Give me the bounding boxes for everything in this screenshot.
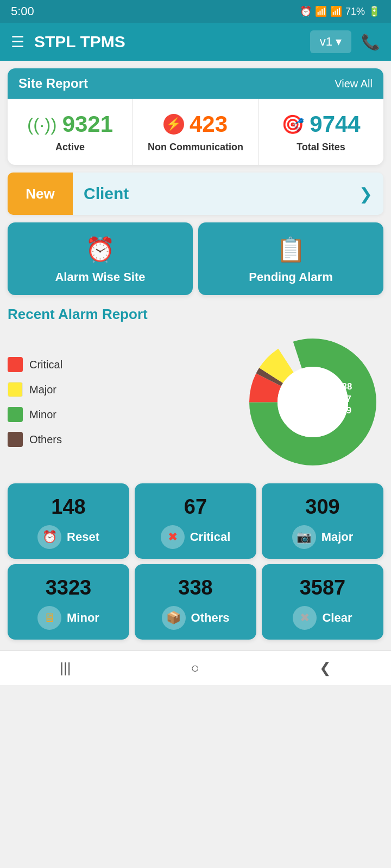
- noncomm-icon: ⚡: [163, 114, 184, 135]
- version-label: v1: [320, 35, 332, 49]
- legend-others-label: Others: [29, 433, 62, 446]
- recent-alarm-title: Recent Alarm Report: [8, 306, 383, 323]
- alarm-legend: Critical Major Minor Others: [8, 357, 62, 447]
- hamburger-icon[interactable]: ☰: [11, 33, 24, 51]
- total-value: 9744: [310, 111, 360, 137]
- version-dropdown-icon: ▾: [336, 35, 342, 49]
- legend-critical-label: Critical: [29, 359, 62, 371]
- major-icon-wrap: 📷: [292, 525, 316, 549]
- alarm-stat-minor[interactable]: 3323 🖥 Minor: [8, 564, 129, 640]
- alarm-stat-others[interactable]: 338 📦 Others: [135, 564, 256, 640]
- dot-minor: [8, 407, 23, 422]
- svg-text:338: 338: [337, 381, 352, 392]
- clear-icon: ✖: [300, 611, 310, 625]
- svg-text:309: 309: [336, 405, 351, 416]
- wifi-icon: 📶: [315, 5, 327, 17]
- client-label: Client: [73, 173, 359, 215]
- minor-icon-wrap: 🖥: [37, 606, 61, 630]
- reset-label: Reset: [67, 530, 99, 544]
- total-label: Total Sites: [297, 142, 345, 153]
- site-report-stats: ((·)) 9321 Active ⚡ 423 Non Communicatio…: [8, 99, 383, 165]
- noncomm-value: 423: [190, 111, 228, 137]
- new-badge: New: [8, 173, 73, 215]
- recent-alarm-section: Recent Alarm Report Critical Major Minor…: [8, 306, 383, 640]
- pending-alarm-icon: 📋: [276, 235, 306, 264]
- battery-text: 71%: [345, 6, 365, 17]
- status-time: 5:00: [11, 4, 34, 18]
- site-report-title: Site Report: [18, 76, 88, 91]
- alarm-stat-critical[interactable]: 67 ✖ Critical: [135, 483, 256, 559]
- stat-active[interactable]: ((·)) 9321 Active: [8, 99, 133, 165]
- clear-label: Clear: [322, 611, 352, 625]
- minor-bottom: 🖥 Minor: [37, 606, 99, 630]
- active-value: 9321: [62, 111, 113, 137]
- major-label: Major: [321, 530, 354, 544]
- reset-value: 148: [51, 495, 85, 519]
- pending-alarm-button[interactable]: 📋 Pending Alarm: [198, 222, 383, 295]
- dot-critical: [8, 357, 23, 372]
- stat-total[interactable]: 🎯 9744 Total Sites: [258, 99, 383, 165]
- total-icon: 🎯: [281, 113, 304, 135]
- legend-minor-label: Minor: [29, 409, 56, 421]
- alarm-chart-area: Critical Major Minor Others: [8, 331, 383, 473]
- site-report-card: Site Report View All ((·)) 9321 Active ⚡…: [8, 68, 383, 165]
- minor-value: 3323: [46, 576, 92, 599]
- minor-icon: 🖥: [43, 611, 55, 625]
- others-bottom: 📦 Others: [162, 606, 230, 630]
- major-value: 309: [305, 495, 339, 519]
- reset-icon: ⏰: [42, 530, 57, 544]
- client-arrow-icon: ❯: [359, 184, 383, 203]
- others-icon: 📦: [166, 611, 181, 625]
- critical-bottom: ✖ Critical: [161, 525, 231, 549]
- view-all-link[interactable]: View All: [335, 78, 373, 90]
- alarm-wise-icon: ⏰: [85, 235, 115, 264]
- others-icon-wrap: 📦: [162, 606, 186, 630]
- others-label: Others: [191, 611, 230, 625]
- action-buttons: ⏰ Alarm Wise Site 📋 Pending Alarm: [8, 222, 383, 295]
- phone-icon[interactable]: 📞: [361, 33, 380, 51]
- status-bar: 5:00 ⏰ 📶 📶 71% 🔋: [0, 0, 391, 23]
- new-badge-label: New: [26, 186, 54, 202]
- legend-major-label: Major: [29, 384, 56, 396]
- site-report-header: Site Report View All: [8, 68, 383, 99]
- dot-major: [8, 382, 23, 397]
- active-icon: ((·)): [27, 114, 57, 135]
- alarm-stat-clear[interactable]: 3587 ✖ Clear: [262, 564, 383, 640]
- app-header: ☰ STPL TPMS v1 ▾ 📞: [0, 23, 391, 61]
- alarm-stats-grid: 148 ⏰ Reset 67 ✖ Critical 309 📷: [8, 483, 383, 640]
- critical-icon-wrap: ✖: [161, 525, 185, 549]
- clear-bottom: ✖ Clear: [293, 606, 352, 630]
- alarm-stat-reset[interactable]: 148 ⏰ Reset: [8, 483, 129, 559]
- noncomm-label: Non Communication: [148, 142, 243, 153]
- svg-text:67: 67: [341, 394, 351, 404]
- minor-label: Minor: [67, 611, 99, 625]
- status-right-icons: ⏰ 📶 📶 71% 🔋: [300, 5, 380, 17]
- nav-recent-icon[interactable]: ❮: [319, 660, 331, 676]
- clear-value: 3587: [300, 576, 346, 599]
- stat-noncomm[interactable]: ⚡ 423 Non Communication: [133, 99, 258, 165]
- alarm-wise-site-button[interactable]: ⏰ Alarm Wise Site: [8, 222, 193, 295]
- legend-critical: Critical: [8, 357, 62, 372]
- dot-others: [8, 432, 23, 447]
- critical-value: 67: [184, 495, 207, 519]
- nav-home-icon[interactable]: ○: [191, 660, 199, 676]
- others-value: 338: [178, 576, 212, 599]
- reset-bottom: ⏰ Reset: [37, 525, 99, 549]
- alarm-stat-major[interactable]: 309 📷 Major: [262, 483, 383, 559]
- critical-label: Critical: [190, 530, 231, 544]
- donut-svg: 3323 338 67 309: [242, 331, 383, 473]
- bottom-nav: ||| ○ ❮: [0, 650, 391, 685]
- battery-icon: 🔋: [368, 5, 380, 17]
- pending-alarm-label: Pending Alarm: [249, 270, 332, 284]
- legend-minor: Minor: [8, 407, 62, 422]
- svg-text:3323: 3323: [290, 397, 315, 410]
- critical-icon: ✖: [168, 530, 178, 544]
- legend-major: Major: [8, 382, 62, 397]
- signal-icon: 📶: [330, 5, 342, 17]
- active-label: Active: [55, 142, 85, 153]
- version-button[interactable]: v1 ▾: [310, 30, 351, 53]
- legend-others: Others: [8, 432, 62, 447]
- alarm-wise-label: Alarm Wise Site: [55, 270, 145, 284]
- nav-back-icon[interactable]: |||: [60, 660, 71, 676]
- new-client-banner[interactable]: New Client ❯: [8, 173, 383, 215]
